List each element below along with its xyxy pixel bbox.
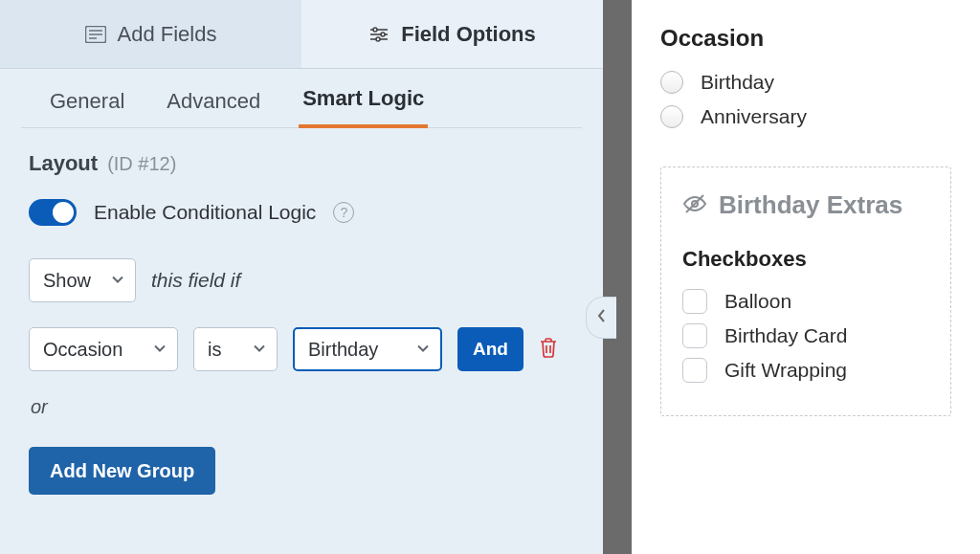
sub-tabs: General Advanced Smart Logic	[21, 69, 582, 128]
birthday-extras-field[interactable]: Birthday Extras Checkboxes Balloon Birth…	[660, 166, 951, 416]
chevron-left-icon	[595, 307, 609, 328]
checkbox-gift-wrapping[interactable]	[682, 358, 707, 383]
condition-field-select[interactable]: Occasion	[29, 327, 178, 371]
help-icon[interactable]: ?	[333, 202, 354, 223]
checkboxes-label: Checkboxes	[682, 247, 929, 272]
condition-operator-select[interactable]: is	[193, 327, 278, 371]
hidden-icon	[682, 193, 707, 218]
svg-point-5	[373, 28, 377, 32]
subtab-smart-logic[interactable]: Smart Logic	[299, 86, 428, 128]
enable-conditional-logic-toggle[interactable]	[29, 199, 77, 226]
tab-add-fields[interactable]: Add Fields	[0, 0, 301, 68]
condition-field-value: Occasion	[43, 339, 122, 361]
radio-anniversary[interactable]	[660, 105, 683, 128]
field-heading: Layout (ID #12)	[29, 151, 574, 176]
enable-conditional-logic-label: Enable Conditional Logic	[94, 201, 316, 224]
condition-operator-value: is	[208, 339, 221, 361]
tab-field-options-label: Field Options	[401, 22, 536, 47]
radio-birthday-label: Birthday	[701, 71, 774, 94]
condition-value-select[interactable]: Birthday	[293, 327, 442, 371]
condition-action-suffix: this field if	[151, 269, 240, 292]
radio-birthday[interactable]	[660, 71, 683, 94]
tab-add-fields-label: Add Fields	[118, 22, 217, 47]
checkbox-balloon-label: Balloon	[724, 290, 791, 313]
occasion-field-label: Occasion	[660, 25, 951, 52]
top-tabs: Add Fields Field Options	[0, 0, 603, 69]
collapse-panel-button[interactable]	[586, 297, 616, 339]
radio-anniversary-label: Anniversary	[701, 105, 807, 128]
chevron-down-icon	[252, 339, 267, 361]
delete-rule-button[interactable]	[539, 337, 558, 362]
condition-action-value: Show	[43, 270, 91, 292]
chevron-down-icon	[415, 339, 431, 361]
or-label: or	[31, 396, 574, 418]
field-type-label: Layout	[29, 151, 98, 176]
tab-field-options[interactable]: Field Options	[301, 0, 603, 68]
condition-action-select[interactable]: Show	[29, 258, 136, 302]
svg-point-7	[381, 33, 385, 36]
checkbox-balloon[interactable]	[682, 289, 707, 314]
field-id-label: (ID #12)	[107, 153, 176, 175]
add-new-group-button[interactable]: Add New Group	[29, 447, 215, 495]
add-fields-icon	[85, 26, 106, 43]
subtab-general[interactable]: General	[46, 89, 128, 127]
settings-body: Layout (ID #12) Enable Conditional Logic…	[0, 128, 603, 518]
svg-point-9	[376, 37, 380, 41]
chevron-down-icon	[110, 270, 125, 292]
chevron-down-icon	[152, 339, 167, 361]
checkbox-birthday-card-label: Birthday Card	[724, 324, 847, 347]
toggle-knob	[53, 202, 74, 223]
checkbox-birthday-card[interactable]	[682, 323, 707, 348]
form-preview: Occasion Birthday Anniversary Birthday E…	[632, 0, 980, 554]
settings-panel: Add Fields Field Options General Advance…	[0, 0, 603, 554]
subtab-advanced[interactable]: Advanced	[163, 89, 264, 127]
and-button[interactable]: And	[457, 327, 523, 371]
checkbox-gift-wrapping-label: Gift Wrapping	[724, 359, 847, 382]
condition-value-value: Birthday	[308, 339, 378, 361]
sliders-icon	[368, 26, 390, 43]
panel-divider	[603, 0, 632, 554]
birthday-extras-title: Birthday Extras	[719, 190, 902, 220]
